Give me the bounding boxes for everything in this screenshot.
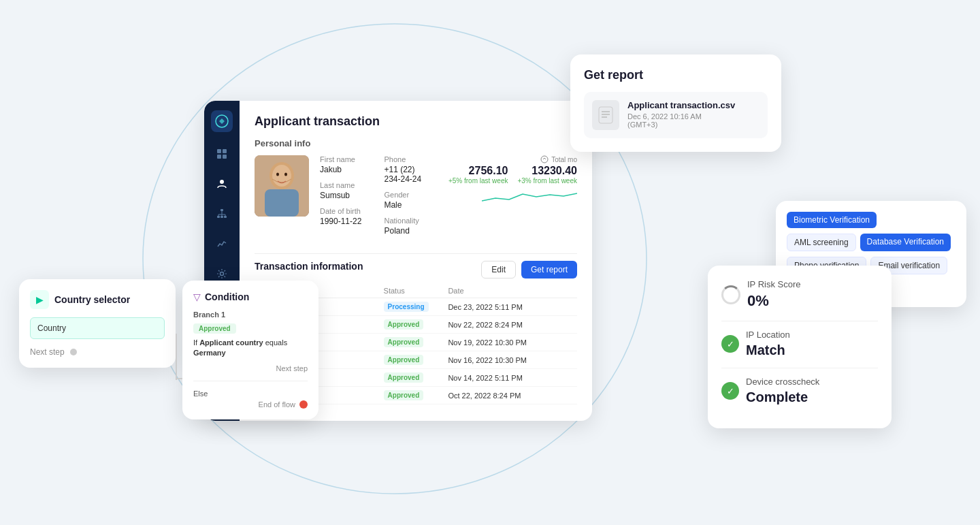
phone-field: Phone +11 (22) 234-24-24: [384, 155, 431, 184]
next-step-row: Next step: [30, 347, 165, 357]
condition-if: If: [193, 338, 199, 347]
row-status: Processing: [384, 302, 448, 312]
row-status: Approved: [384, 390, 448, 400]
condition-applicant: Applicant country: [199, 338, 265, 347]
first-name-label: First name: [320, 155, 368, 163]
end-of-flow-row: End of flow: [193, 400, 308, 409]
svg-rect-4: [217, 155, 221, 159]
check-icon-location: ✓: [721, 335, 739, 353]
stats-values: 2756.10 +5% from last week 13230.40 +3% …: [448, 165, 577, 185]
info-columns: First name Jakub Last name Sumsub Date o…: [320, 155, 577, 242]
transaction-info-label: Transaction information: [255, 261, 363, 272]
row-date: Nov 22, 2022 8:24 PM: [448, 321, 577, 329]
stat-block-2: 13230.40 +3% from last week: [517, 165, 577, 185]
row-date: Dec 23, 2022 5:11 PM: [448, 303, 577, 311]
condition-divider: [193, 381, 308, 381]
svg-point-16: [220, 272, 224, 276]
svg-rect-2: [217, 149, 221, 153]
condition-next-step: Next step: [193, 364, 308, 372]
tag-row: Biometric Verification: [787, 212, 956, 228]
check-icon-device: ✓: [721, 382, 739, 400]
verification-tag[interactable]: AML screening: [787, 234, 856, 251]
personal-info-label: Personal info: [255, 138, 577, 148]
svg-rect-24: [599, 107, 612, 123]
verification-tag[interactable]: Biometric Verification: [787, 212, 877, 228]
action-buttons: Edit Get report: [481, 261, 577, 279]
tag-row: AML screeningDatabase Verification: [787, 234, 956, 251]
avatar: [255, 155, 309, 217]
report-title: Get report: [584, 68, 768, 82]
ip-card: IP Risk Score 0% ✓ IP Location Match ✓ D…: [708, 266, 892, 428]
row-status: Approved: [384, 355, 448, 365]
total-label: Total mo: [551, 156, 577, 163]
sidebar-icon-chart[interactable]: [214, 236, 230, 252]
else-label: Else: [193, 389, 308, 398]
nationality-label: Nationality: [384, 217, 431, 225]
svg-point-6: [220, 180, 224, 184]
svg-point-23: [541, 156, 548, 163]
divider-ip-1: [721, 321, 878, 321]
sidebar-icon-users[interactable]: [214, 176, 230, 192]
nationality-value: Poland: [384, 226, 431, 236]
divider-1: [255, 253, 577, 254]
stat-change-2: +3% from last week: [517, 177, 577, 185]
ip-score-row: IP Risk Score 0%: [721, 279, 878, 310]
end-of-flow-dot: [299, 400, 308, 409]
stats-area: Total mo 2756.10 +5% from last week 1323…: [448, 155, 577, 242]
last-name-label: Last name: [320, 181, 368, 189]
row-date: Nov 19, 2022 10:30 PM: [448, 338, 577, 347]
svg-rect-9: [220, 216, 223, 218]
country-play-icon: ▶: [30, 290, 49, 309]
svg-rect-5: [223, 155, 227, 159]
svg-rect-3: [223, 149, 227, 153]
last-name-value: Sumsub: [320, 191, 368, 200]
svg-rect-19: [265, 189, 299, 217]
branch-label: Branch 1: [193, 311, 308, 319]
sidebar-icon-grid[interactable]: [214, 146, 230, 162]
col-header-status: Status: [384, 287, 448, 295]
report-file[interactable]: Applicant transaction.csv Dec 6, 2022 10…: [584, 92, 768, 138]
condition-title: Condition: [205, 291, 249, 302]
last-name-field: Last name Sumsub: [320, 181, 368, 200]
stat-change-1: +5% from last week: [448, 177, 508, 185]
personal-info-row: First name Jakub Last name Sumsub Date o…: [255, 155, 577, 242]
row-date: Nov 16, 2022 10:30 PM: [448, 356, 577, 364]
phone-label: Phone: [384, 155, 431, 163]
verification-tag[interactable]: Database Verification: [860, 234, 951, 251]
stat-value-2: 13230.40: [517, 165, 577, 177]
device-label: Device crosscheck: [746, 377, 819, 387]
spinner-icon: [721, 285, 740, 304]
svg-point-21: [276, 173, 279, 176]
col-header-date: Date: [448, 287, 577, 295]
edit-button[interactable]: Edit: [481, 261, 516, 279]
row-status: Approved: [384, 337, 448, 347]
ip-score-label: IP Risk Score: [747, 279, 801, 289]
row-status: Approved: [384, 319, 448, 330]
info-col-right: Phone +11 (22) 234-24-24 Gender Male Nat…: [384, 155, 431, 242]
country-selector-card: ▶ Country selector Country Next step: [19, 279, 176, 368]
get-report-button[interactable]: Get report: [521, 261, 577, 279]
condition-equals: equals: [265, 338, 287, 347]
next-step-label: Next step: [30, 347, 65, 357]
sidebar-icon-settings[interactable]: [214, 266, 230, 282]
ip-location-label: IP Location: [746, 330, 790, 340]
row-date: Nov 14, 2022 5:11 PM: [448, 374, 577, 382]
end-of-flow-text: End of flow: [259, 400, 295, 409]
sidebar-icon-hierarchy[interactable]: [214, 206, 230, 222]
nationality-field: Nationality Poland: [384, 217, 431, 236]
gender-label: Gender: [384, 191, 431, 199]
first-name-field: First name Jakub: [320, 155, 368, 174]
ip-score-info: IP Risk Score 0%: [747, 279, 801, 310]
row-status: Approved: [384, 372, 448, 383]
dob-value: 1990-11-22: [320, 217, 368, 226]
action-row: Transaction information Edit Get report: [255, 261, 577, 279]
condition-value: Germany: [193, 349, 226, 357]
ip-location-row: ✓ IP Location Match: [721, 330, 878, 358]
condition-card: ▽ Condition Branch 1 Approved If Applica…: [182, 281, 318, 419]
ip-location-info: IP Location Match: [746, 330, 790, 358]
gender-value: Male: [384, 200, 431, 210]
svg-rect-7: [220, 209, 223, 211]
connector-v: [176, 334, 177, 380]
country-field[interactable]: Country: [30, 317, 165, 339]
avatar-image: [255, 155, 309, 217]
